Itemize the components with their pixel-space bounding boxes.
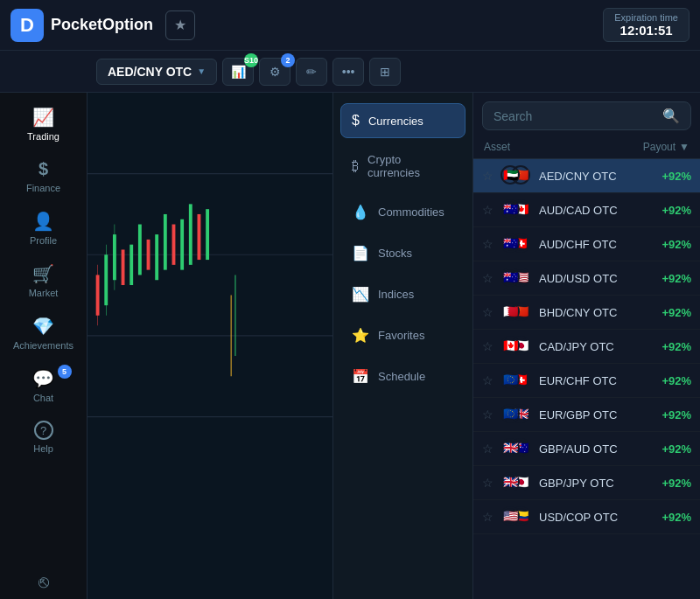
grid-button[interactable]: ⊞: [369, 58, 401, 86]
svg-rect-17: [164, 214, 167, 270]
favorite-star[interactable]: ☆: [482, 407, 494, 421]
asset-row[interactable]: ☆ 🇦🇺 🇨🇭 AUD/CHF OTC +92%: [473, 227, 700, 261]
sidebar-label-profile: Profile: [30, 235, 57, 246]
category-crypto[interactable]: ₿ Crypto currencies: [340, 143, 466, 189]
favorite-star[interactable]: ☆: [482, 203, 494, 217]
sidebar-item-finance[interactable]: $ Finance: [9, 152, 79, 200]
asset-name: GBP/JPY OTC: [539, 477, 654, 490]
sidebar-item-market[interactable]: 🛒 Market: [9, 256, 79, 305]
currency-flags: 🇦🇺 🇨🇦: [500, 199, 532, 220]
sort-icon: ▼: [679, 141, 690, 153]
sidebar-label-help: Help: [33, 443, 53, 454]
asset-row[interactable]: ☆ 🇺🇸 🇨🇴 USD/COP OTC +92%: [473, 500, 700, 534]
sidebar-item-achievements[interactable]: 💎 Achievements: [9, 309, 79, 358]
favorite-star[interactable]: ☆: [482, 237, 494, 251]
sidebar-label-achievements: Achievements: [13, 340, 74, 351]
chart-svg: [88, 93, 332, 498]
asset-row[interactable]: ☆ 🇬🇧 🇦🇺 GBP/AUD OTC +92%: [473, 432, 700, 466]
main-layout: 📈 Trading $ Finance 👤 Profile 🛒 Market 💎…: [0, 93, 700, 599]
svg-rect-19: [180, 219, 184, 270]
category-label-commodities: Commodities: [378, 205, 444, 219]
category-schedule[interactable]: 📅 Schedule: [340, 359, 466, 394]
flag1: 🇺🇸: [500, 506, 520, 526]
asset-row[interactable]: ☆ 🇪🇺 🇬🇧 EUR/GBP OTC +92%: [473, 398, 700, 432]
asset-row[interactable]: ☆ 🇬🇧 🇯🇵 GBP/JPY OTC +92%: [473, 466, 700, 500]
sidebar-label-chat: Chat: [33, 393, 53, 403]
flag1: 🇪🇺: [500, 370, 520, 389]
asset-name: AED/CNY OTC: [539, 170, 654, 183]
asset-name: GBP/AUD OTC: [539, 442, 654, 456]
asset-name: EUR/CHF OTC: [539, 374, 654, 387]
asset-row[interactable]: ☆ 🇦🇪 🇨🇳 AED/CNY OTC +92%: [473, 159, 700, 193]
favorite-star[interactable]: ☆: [482, 476, 494, 490]
asset-list-header: Asset Payout ▼: [473, 136, 700, 159]
category-indices[interactable]: 📉 Indices: [340, 276, 466, 312]
flag1: 🇦🇺: [500, 268, 520, 287]
search-input[interactable]: [494, 109, 655, 123]
asset-payout: +92%: [662, 204, 691, 217]
currency-flags: 🇬🇧 🇯🇵: [500, 472, 532, 493]
sidebar-label-finance: Finance: [26, 183, 60, 193]
search-icon: 🔍: [662, 108, 680, 124]
sidebar-item-logout[interactable]: ⎋: [9, 565, 79, 599]
category-stocks[interactable]: 📄 Stocks: [340, 235, 466, 271]
category-label-favorites: Favorites: [378, 329, 424, 342]
chat-icon: 💬: [32, 368, 54, 389]
category-commodities[interactable]: 💧 Commodities: [340, 194, 466, 230]
flag1: 🇪🇺: [500, 404, 520, 423]
favorite-star[interactable]: ☆: [482, 271, 494, 285]
svg-rect-13: [130, 245, 133, 285]
sidebar-label-market: Market: [29, 288, 59, 298]
asset-payout: +92%: [662, 238, 691, 251]
favorite-star[interactable]: ☆: [482, 305, 494, 319]
category-label-stocks: Stocks: [378, 247, 412, 260]
category-label-crypto: Crypto currencies: [368, 153, 454, 179]
currency-flags: 🇪🇺 🇬🇧: [500, 404, 532, 425]
favorite-star[interactable]: ☆: [482, 339, 494, 353]
asset-name: CAD/JPY OTC: [539, 340, 654, 353]
favorites-icon: ⭐: [352, 327, 369, 344]
sidebar-item-trading[interactable]: 📈 Trading: [9, 100, 79, 149]
asset-row[interactable]: ☆ 🇦🇺 🇨🇦 AUD/CAD OTC +92%: [473, 193, 700, 227]
flag1: 🇬🇧: [500, 438, 520, 457]
asset-payout: +92%: [662, 272, 691, 285]
category-label-schedule: Schedule: [378, 370, 425, 383]
s10-badge: S10: [244, 53, 258, 67]
finance-icon: $: [38, 159, 48, 179]
asset-payout: +92%: [662, 408, 691, 421]
asset-row[interactable]: ☆ 🇧🇭 🇨🇳 BHD/CNY OTC +92%: [473, 296, 700, 330]
currency-flags: 🇧🇭 🇨🇳: [500, 302, 532, 323]
favorite-star[interactable]: ☆: [482, 442, 494, 456]
currency-flags: 🇦🇺 🇨🇭: [500, 233, 532, 254]
chart-type-button[interactable]: 📊 S10: [222, 58, 254, 86]
favorite-star[interactable]: ☆: [482, 169, 494, 183]
flag1: 🇦🇪: [500, 165, 520, 185]
dropdown-arrow-icon: ▼: [197, 66, 206, 76]
asset-row[interactable]: ☆ 🇦🇺 🇺🇸 AUD/USD OTC +92%: [473, 261, 700, 296]
sidebar-item-profile[interactable]: 👤 Profile: [9, 204, 79, 253]
svg-text:D: D: [20, 14, 34, 36]
pencil-button[interactable]: ✏: [296, 58, 327, 86]
grid-icon: ⊞: [380, 65, 390, 79]
sidebar-item-chat[interactable]: 💬 Chat 5: [9, 361, 79, 410]
favorite-star[interactable]: ☆: [482, 373, 494, 387]
svg-rect-14: [138, 225, 142, 275]
settings-button[interactable]: ⚙ 2: [259, 58, 290, 86]
asset-row[interactable]: ☆ 🇪🇺 🇨🇭 EUR/CHF OTC +92%: [473, 364, 700, 398]
sidebar-item-help[interactable]: ? Help: [9, 414, 79, 461]
favorite-star[interactable]: ☆: [482, 510, 494, 524]
category-favorites[interactable]: ⭐ Favorites: [340, 317, 466, 353]
chart-area: [88, 93, 332, 599]
asset-row[interactable]: ☆ 🇨🇦 🇯🇵 CAD/JPY OTC +92%: [473, 330, 700, 364]
selected-asset-name: AED/CNY OTC: [108, 65, 192, 79]
more-button[interactable]: •••: [332, 58, 364, 86]
chat-badge: 5: [58, 365, 72, 379]
currencies-icon: $: [352, 113, 360, 129]
asset-panel: $ Currencies ₿ Crypto currencies 💧 Commo…: [332, 93, 700, 599]
asset-name: BHD/CNY OTC: [539, 306, 654, 319]
category-currencies[interactable]: $ Currencies: [340, 103, 466, 138]
favorite-button[interactable]: ★: [165, 10, 195, 40]
svg-rect-21: [198, 214, 201, 260]
asset-selector[interactable]: AED/CNY OTC ▼: [96, 59, 217, 85]
header-payout[interactable]: Payout ▼: [643, 141, 690, 153]
